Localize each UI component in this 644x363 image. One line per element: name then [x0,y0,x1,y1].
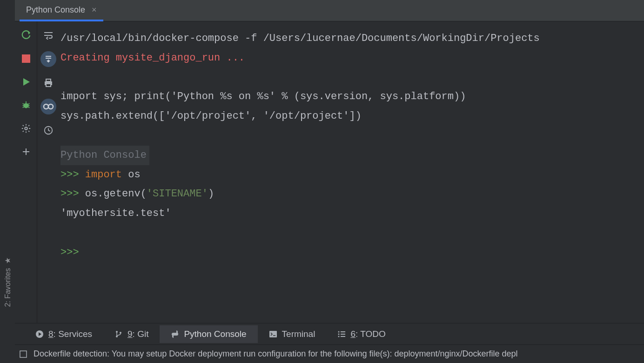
console-body: /usr/local/bin/docker-compose -f /Users/… [15,21,644,323]
star-icon: ★ [3,256,12,265]
code: os [122,169,141,181]
input-line[interactable]: >>> [60,243,644,262]
tab-label: 9: Git [127,329,148,339]
svg-rect-0 [22,54,30,63]
settings-icon[interactable] [20,123,32,134]
svg-point-17 [116,331,118,333]
status-bar: Dockerfile detection: You may setup Dock… [15,344,644,363]
keyword: import [85,169,122,181]
output-line: import sys; print('Python %s on %s' % (s… [60,87,644,107]
svg-line-6 [28,107,29,108]
tab-label: 6: TODO [350,329,385,339]
output-line: Creating mysite_django_run ... [60,48,644,68]
services-tab[interactable]: 8: Services [24,325,103,343]
left-sidebar: 2: Favorites ★ [0,0,15,363]
svg-point-23 [338,336,340,337]
tab-label: 8: Services [48,329,92,339]
svg-rect-26 [341,336,345,337]
svg-point-14 [48,104,53,109]
input-line: >>> os.getenv('SITENAME') [60,184,644,204]
status-message: Dockerfile detection: You may setup Dock… [34,349,518,359]
git-branch-icon [114,330,123,338]
output-line: sys.path.extend(['/opt/project', '/opt/p… [60,107,644,126]
python-icon [171,330,179,338]
svg-point-21 [338,331,340,332]
svg-point-9 [25,127,27,130]
prompt: >>> [60,169,79,181]
favorites-label: 2: Favorites [3,268,12,307]
bottom-tool-tabs: 8: Services 9: Git Python Console Termin… [15,323,644,344]
list-icon [337,330,346,338]
svg-rect-12 [46,84,51,87]
code: ) [208,188,214,200]
print-icon[interactable] [43,77,54,88]
output-line: /usr/local/bin/docker-compose -f /Users/… [60,29,644,48]
tool-window-tab-bar: Python Console × [15,0,644,21]
console-toolbar-primary [15,21,37,323]
section-header-line: Python Console [60,146,644,165]
main-area: Python Console × [15,0,644,363]
prompt: >>> [60,247,79,258]
svg-line-5 [22,107,24,108]
tab-label: Python Console [184,329,246,339]
debug-icon[interactable] [20,100,32,111]
input-line: >>> import os [60,165,644,185]
checkbox-icon[interactable] [20,350,27,358]
svg-rect-20 [269,331,277,337]
history-icon[interactable] [43,125,54,136]
prompt: >>> [60,188,79,200]
svg-line-4 [28,103,29,104]
python-console-tab[interactable]: Python Console × [20,0,103,21]
terminal-tab[interactable]: Terminal [258,325,327,343]
console-toolbar-secondary [37,21,60,323]
run-icon[interactable] [20,76,32,87]
svg-rect-27 [20,351,27,357]
section-header: Python Console [60,146,149,165]
output-line: 'myothersite.test' [60,204,644,223]
git-tab[interactable]: 9: Git [103,325,160,343]
soft-wrap-icon[interactable] [43,30,54,41]
stop-icon[interactable] [20,53,32,64]
rerun-icon[interactable] [20,30,32,41]
svg-point-22 [338,333,340,335]
tab-label: Terminal [282,329,315,339]
svg-rect-11 [46,79,51,81]
console-output[interactable]: /usr/local/bin/docker-compose -f /Users/… [60,21,644,323]
code: os.getenv( [79,188,147,200]
python-console-bottom-tab[interactable]: Python Console [160,325,257,343]
svg-line-3 [22,103,24,104]
play-circle-icon [35,330,44,338]
scroll-to-end-icon[interactable] [40,51,56,67]
svg-rect-25 [341,334,345,335]
svg-rect-24 [341,331,345,332]
output-line [60,223,644,243]
output-line [60,68,644,87]
show-variables-icon[interactable] [40,99,56,114]
add-icon[interactable] [20,146,32,157]
svg-point-19 [120,332,121,334]
output-line [60,126,644,146]
favorites-tab[interactable]: 2: Favorites ★ [3,256,12,307]
svg-point-1 [23,103,28,108]
string-literal: 'SITENAME' [147,188,208,200]
svg-point-13 [44,104,48,109]
tab-title: Python Console [26,5,85,15]
terminal-icon [269,330,277,338]
todo-tab[interactable]: 6: TODO [326,325,396,343]
close-icon[interactable]: × [92,5,97,15]
